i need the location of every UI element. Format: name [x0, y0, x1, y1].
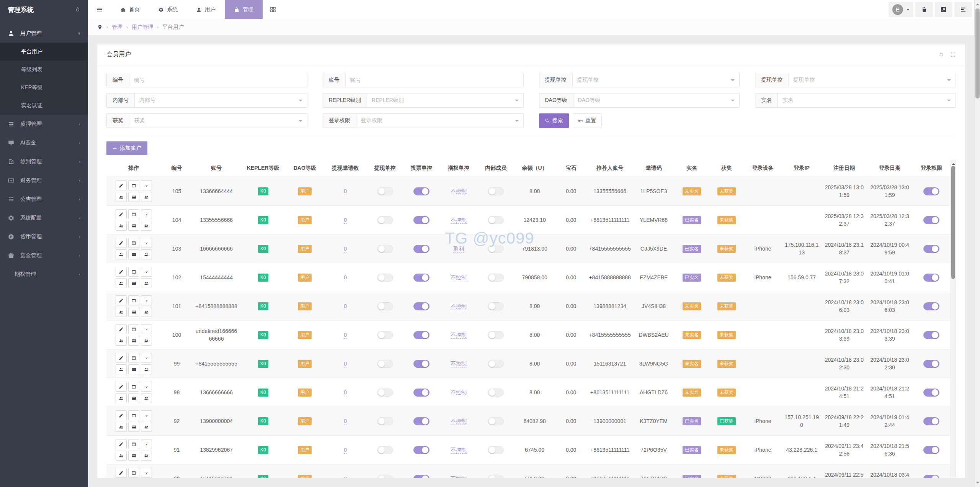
search-button[interactable]: 搜索	[539, 113, 569, 128]
edit-action-button[interactable]	[116, 238, 127, 248]
edit-action-button[interactable]	[116, 410, 127, 420]
v-letter-action-button[interactable]: v	[141, 295, 152, 305]
option_ctl-link[interactable]: 不控制	[451, 389, 467, 396]
vote_ctl-toggle[interactable]	[413, 389, 430, 397]
edit-action-button[interactable]	[116, 180, 127, 190]
internal-toggle[interactable]	[488, 187, 504, 195]
withdraw-ctl-select[interactable]: 提现单控	[572, 73, 740, 87]
window-action-button[interactable]	[128, 238, 139, 248]
invites-link[interactable]: 0	[344, 217, 347, 224]
v-letter-action-button[interactable]: v	[141, 410, 152, 420]
card-action-button[interactable]	[128, 278, 139, 288]
login_perm-toggle[interactable]	[923, 475, 939, 478]
sidebar-item-currency[interactable]: P 货币管理 ‹	[0, 227, 88, 246]
vote_ctl-toggle[interactable]	[413, 331, 430, 339]
window-action-button[interactable]	[128, 209, 139, 219]
invites-link[interactable]: 0	[344, 332, 347, 339]
login_perm-toggle[interactable]	[923, 331, 939, 339]
sidebar-item-bounty[interactable]: 赏金管理 ‹	[0, 246, 88, 265]
scroll-up-arrow-icon[interactable]	[952, 161, 956, 165]
invites-link[interactable]: 0	[344, 418, 347, 425]
internal-no-select[interactable]: 内部号	[134, 93, 307, 108]
window-action-button[interactable]	[128, 382, 139, 392]
users2-action-button[interactable]	[141, 451, 152, 461]
card-action-button[interactable]	[128, 336, 139, 346]
sidebar-item-ai-fund[interactable]: AI基金 ‹	[0, 133, 88, 152]
users2-action-button[interactable]	[141, 221, 152, 231]
internal-toggle[interactable]	[488, 417, 504, 425]
scroll-down-arrow-icon[interactable]	[976, 482, 980, 485]
option_ctl-link[interactable]: 不控制	[451, 447, 467, 454]
tab-home[interactable]: 首页	[111, 0, 149, 19]
users2-action-button[interactable]	[141, 422, 152, 432]
internal-toggle[interactable]	[488, 302, 504, 310]
option_ctl-link[interactable]: 不控制	[451, 303, 467, 310]
card-action-button[interactable]	[128, 451, 139, 461]
sidebar-item-checkin[interactable]: 签到管理 ‹	[0, 152, 88, 171]
users-action-button[interactable]	[116, 364, 127, 374]
invites-link[interactable]: 0	[344, 274, 347, 281]
card-action-button[interactable]	[128, 307, 139, 317]
users2-action-button[interactable]	[141, 393, 152, 403]
card-action-button[interactable]	[128, 249, 139, 259]
v-letter-action-button[interactable]: v	[141, 468, 152, 478]
sidebar-item-pledge[interactable]: 质押管理 ‹	[0, 115, 88, 133]
edit-action-button[interactable]	[116, 439, 127, 449]
withdraw_ctl-toggle[interactable]	[377, 331, 393, 339]
vote_ctl-toggle[interactable]	[413, 245, 430, 253]
invites-link[interactable]: 0	[344, 476, 347, 478]
withdraw-ctl-select-2[interactable]: 提现单控	[788, 73, 956, 87]
invites-link[interactable]: 0	[344, 188, 347, 195]
internal-toggle[interactable]	[488, 360, 504, 368]
users-action-button[interactable]	[116, 451, 127, 461]
breadcrumb-link-management[interactable]: 管理	[112, 24, 122, 31]
window-action-button[interactable]	[128, 324, 139, 334]
vote_ctl-toggle[interactable]	[413, 475, 430, 478]
tab-user[interactable]: 用户	[187, 0, 225, 19]
users2-action-button[interactable]	[141, 249, 152, 259]
sidebar-item-realname-auth[interactable]: 实名认证	[0, 97, 88, 115]
users-action-button[interactable]	[116, 393, 127, 403]
invites-link[interactable]: 0	[344, 246, 347, 253]
tab-management[interactable]: 管理	[225, 0, 263, 19]
users-action-button[interactable]	[116, 249, 127, 259]
option_ctl-link[interactable]: 不控制	[451, 332, 467, 339]
window-action-button[interactable]	[128, 267, 139, 277]
users2-action-button[interactable]	[141, 278, 152, 288]
withdraw_ctl-toggle[interactable]	[377, 274, 393, 282]
reset-button[interactable]: 重置	[573, 113, 602, 128]
internal-toggle[interactable]	[488, 216, 504, 224]
users2-action-button[interactable]	[141, 364, 152, 374]
login_perm-toggle[interactable]	[923, 417, 939, 425]
sidebar-item-announcement[interactable]: 公告管理 ‹	[0, 190, 88, 208]
vote_ctl-toggle[interactable]	[413, 187, 430, 195]
login_perm-toggle[interactable]	[923, 302, 939, 310]
award-select[interactable]: 获奖	[129, 113, 307, 128]
option_ctl-link[interactable]: 不控制	[451, 361, 467, 367]
login_perm-toggle[interactable]	[923, 216, 939, 224]
internal-toggle[interactable]	[488, 331, 504, 339]
login_perm-toggle[interactable]	[923, 274, 939, 282]
option_ctl-link[interactable]: 盈利	[453, 246, 464, 253]
window-action-button[interactable]	[128, 353, 139, 363]
scroll-up-arrow-icon[interactable]	[976, 2, 980, 5]
internal-toggle[interactable]	[488, 446, 504, 454]
vote_ctl-toggle[interactable]	[413, 216, 430, 224]
vote_ctl-toggle[interactable]	[413, 446, 430, 454]
table-scrollbar-thumb[interactable]	[951, 166, 955, 279]
edit-action-button[interactable]	[116, 382, 127, 392]
withdraw_ctl-toggle[interactable]	[377, 446, 393, 454]
edit-action-button[interactable]	[116, 353, 127, 363]
trash-icon[interactable]	[915, 2, 933, 17]
withdraw_ctl-toggle[interactable]	[377, 360, 393, 368]
withdraw_ctl-toggle[interactable]	[377, 245, 393, 253]
repler-level-select[interactable]: REPLER级别	[367, 93, 524, 108]
internal-toggle[interactable]	[488, 389, 504, 397]
login_perm-toggle[interactable]	[923, 360, 939, 368]
refresh-icon[interactable]	[938, 52, 944, 57]
apps-grid-icon[interactable]	[263, 0, 283, 19]
sidebar-item-system-config[interactable]: 系统配置 ‹	[0, 208, 88, 227]
external-link-icon[interactable]	[935, 2, 952, 17]
sidebar-item-user-management[interactable]: 用户管理 ▾	[0, 24, 88, 43]
hamburger-menu-icon[interactable]	[88, 0, 111, 19]
